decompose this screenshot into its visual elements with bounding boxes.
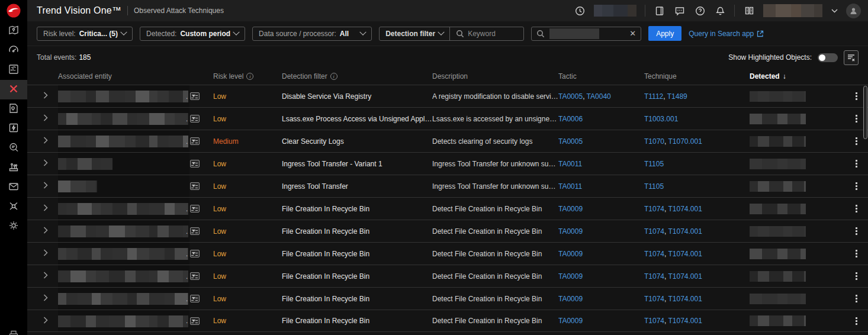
tactic-link[interactable]: TA0005 [558, 137, 583, 146]
col-detection-filter[interactable]: Detection filteri [282, 72, 432, 80]
kebab-menu-icon[interactable] [854, 248, 859, 259]
expand-chevron-icon[interactable] [43, 114, 48, 123]
expand-chevron-icon[interactable] [43, 294, 48, 303]
detection-filter-dropdown[interactable]: Detection filter [380, 27, 450, 40]
tactic-link[interactable]: TA0011 [558, 160, 582, 168]
sidebar-item-search[interactable] [0, 138, 27, 158]
clear-search-icon[interactable]: ✕ [629, 29, 636, 38]
info-icon[interactable]: i [330, 73, 337, 80]
tactic-link[interactable]: TA0009 [558, 272, 583, 281]
tactic-link[interactable]: TA0009 [558, 205, 583, 213]
clear-filters-button[interactable] [844, 50, 859, 65]
expand-chevron-icon[interactable] [43, 249, 48, 258]
expand-chevron-icon[interactable] [43, 182, 48, 191]
col-description[interactable]: Description [432, 72, 558, 80]
scrollbar-thumb[interactable] [863, 86, 867, 139]
technique-link[interactable]: T1074.001 [668, 205, 702, 213]
user-avatar[interactable] [846, 4, 861, 18]
chat-bubble-icon[interactable] [674, 5, 686, 17]
clock-icon[interactable] [574, 5, 586, 17]
kebab-menu-icon[interactable] [854, 203, 859, 214]
tactic-link[interactable]: TA0009 [558, 295, 583, 303]
sidebar-item-threat-intel[interactable] [0, 99, 27, 119]
kebab-menu-icon[interactable] [854, 158, 859, 169]
org-building-icon[interactable] [743, 5, 755, 17]
risk-level-filter-dropdown[interactable]: Risk level: Critica... (5) [37, 27, 133, 41]
notebook-icon[interactable] [654, 5, 666, 17]
kebab-menu-icon[interactable] [854, 91, 859, 102]
technique-link[interactable]: T1074 [644, 295, 664, 303]
technique-link[interactable]: T1074.001 [668, 227, 702, 236]
highlight-objects-toggle[interactable] [818, 53, 838, 62]
detected-filter-value: Custom period [180, 30, 230, 38]
kebab-menu-icon[interactable] [854, 315, 859, 327]
kebab-menu-icon[interactable] [854, 113, 859, 124]
sidebar-item-xdr-active[interactable] [0, 80, 27, 99]
detected-filter-dropdown[interactable]: Detected: Custom period [140, 27, 245, 41]
technique-link[interactable]: T1105 [644, 160, 664, 168]
technique-link[interactable]: T1074 [644, 250, 664, 258]
sidebar-item-attack-surface[interactable] [0, 21, 27, 41]
vertical-scrollbar[interactable] [863, 86, 867, 334]
technique-link[interactable]: T1074 [644, 227, 664, 236]
keyword-input[interactable] [468, 30, 517, 38]
expand-chevron-icon[interactable] [43, 204, 48, 213]
technique-link[interactable]: T1070 [644, 137, 664, 146]
data-source-filter-dropdown[interactable]: Data source / processor: All [252, 27, 372, 41]
col-associated-entity[interactable]: Associated entity [58, 72, 213, 80]
technique-link[interactable]: T1105 [644, 182, 664, 191]
sidebar-item-operations[interactable] [0, 158, 27, 178]
kebab-menu-icon[interactable] [854, 293, 859, 304]
redacted-query-text [549, 28, 599, 39]
tactic-link[interactable]: TA0009 [558, 250, 583, 258]
sidebar-item-mail[interactable] [0, 178, 27, 197]
technique-link[interactable]: T1070.001 [668, 137, 702, 146]
expand-chevron-icon[interactable] [43, 227, 48, 236]
kebab-menu-icon[interactable] [854, 226, 859, 237]
chevron-down-icon[interactable] [831, 5, 838, 17]
tactic-link[interactable]: TA0011 [558, 182, 582, 191]
query-search-box[interactable]: ✕ [531, 27, 641, 41]
tactic-cell: TA0009 [558, 317, 644, 325]
sidebar-item-console[interactable] [0, 329, 27, 335]
expand-chevron-icon[interactable] [43, 92, 48, 101]
sidebar-item-network[interactable] [0, 197, 27, 217]
tactic-link[interactable]: TA0009 [558, 227, 583, 236]
detection-filter-name: Clear Security Logs [282, 137, 432, 146]
sidebar-item-dashboard[interactable] [0, 41, 27, 60]
bell-icon[interactable] [714, 5, 726, 17]
col-detected-sorted[interactable]: Detected↓ [750, 72, 844, 80]
technique-link[interactable]: T1003.001 [644, 115, 678, 123]
sidebar-item-workflow[interactable] [0, 119, 27, 138]
col-risk-level[interactable]: Risk leveli [213, 72, 282, 80]
technique-link[interactable]: T1074.001 [668, 295, 702, 303]
technique-link[interactable]: T1074 [644, 317, 664, 325]
sidebar-item-settings[interactable] [0, 217, 27, 236]
col-tactic[interactable]: Tactic [558, 72, 644, 80]
technique-link[interactable]: T1074.001 [668, 250, 702, 258]
technique-link[interactable]: T1074 [644, 272, 664, 281]
entity-type-icon [190, 272, 200, 280]
apply-button[interactable]: Apply [648, 26, 681, 41]
technique-link[interactable]: T1074.001 [668, 317, 702, 325]
expand-chevron-icon[interactable] [43, 317, 48, 326]
tactic-link[interactable]: TA0040 [587, 92, 611, 101]
tactic-link[interactable]: TA0006 [558, 115, 583, 123]
kebab-menu-icon[interactable] [854, 136, 859, 147]
kebab-menu-icon[interactable] [854, 181, 859, 192]
technique-link[interactable]: T1074 [644, 205, 664, 213]
tactic-link[interactable]: TA0005 [558, 92, 583, 101]
query-in-search-app-link[interactable]: Query in Search app [689, 30, 764, 38]
technique-link[interactable]: T1489 [667, 92, 687, 101]
expand-chevron-icon[interactable] [43, 137, 48, 146]
help-question-icon[interactable] [694, 5, 706, 17]
expand-chevron-icon[interactable] [43, 272, 48, 281]
col-technique[interactable]: Technique [644, 72, 750, 80]
sidebar-item-reports[interactable] [0, 60, 27, 80]
technique-link[interactable]: T1074.001 [668, 272, 702, 281]
technique-link[interactable]: T1112 [644, 92, 663, 101]
tactic-link[interactable]: TA0009 [558, 317, 583, 325]
info-icon[interactable]: i [246, 73, 253, 80]
kebab-menu-icon[interactable] [854, 270, 859, 282]
expand-chevron-icon[interactable] [43, 159, 48, 168]
